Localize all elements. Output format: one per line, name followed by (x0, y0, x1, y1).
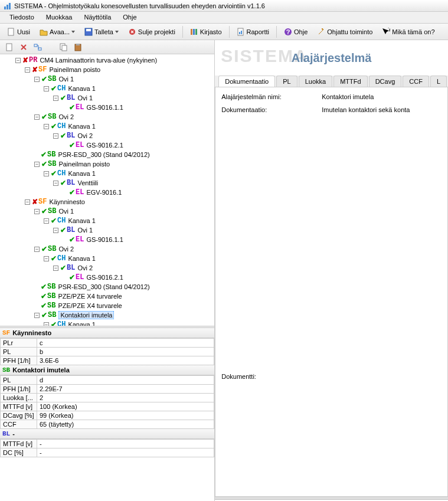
expander-icon[interactable]: − (34, 77, 40, 82)
tree-node[interactable]: −✘SFPaineilman poisto (0, 65, 214, 74)
menu-edit[interactable]: Muokkaa (40, 12, 79, 23)
menu-help[interactable]: Ohje (117, 12, 142, 23)
report-button[interactable]: Raportti (233, 26, 274, 38)
expander-icon[interactable]: − (25, 199, 30, 205)
expander-icon[interactable]: − (53, 96, 58, 101)
tree-node[interactable]: −✔BLOvi 2 (0, 263, 214, 273)
tree-relation-button[interactable] (31, 42, 44, 53)
tree-node[interactable]: ✔ELGS-9016.1.1 (0, 235, 214, 244)
tree-node[interactable]: −✔SBPaineilman poisto (0, 159, 214, 169)
tree-node[interactable]: −✔BLOvi 1 (0, 225, 214, 235)
expander-icon[interactable]: − (44, 124, 49, 129)
tree-node[interactable]: ✔SBPZE/PZE X4 turvarele (0, 301, 214, 310)
svg-rect-12 (241, 31, 242, 34)
expander-icon[interactable]: − (53, 133, 58, 139)
expander-icon[interactable]: − (15, 58, 21, 63)
tree-node[interactable]: ✔SBPSR-ESD_300 (Stand 04/2012) (0, 282, 214, 292)
expander-icon[interactable]: − (34, 209, 40, 214)
check-icon: ✔ (51, 122, 57, 130)
expander-icon[interactable]: − (44, 86, 49, 91)
library-button[interactable]: Kirjasto (186, 26, 226, 38)
tab-luokka[interactable]: Luokka (299, 76, 332, 87)
tree-node[interactable]: ✔SBPSR-ESD_300 (Stand 04/2012) (0, 150, 214, 159)
help-button[interactable]: ?Ohje (280, 26, 312, 38)
tree-node[interactable]: −✔SBOvi 1 (0, 74, 214, 84)
tree-node[interactable]: ✔ELGS-9016.2.1 (0, 140, 214, 150)
tree-node[interactable]: ✔SBPZE/PZE X4 turvarele (0, 292, 214, 301)
tab-pl[interactable]: PL (276, 76, 297, 87)
tree-node[interactable]: −✔CHKanava 1 (0, 254, 214, 263)
expander-icon[interactable]: − (34, 114, 40, 120)
type-tag: CH (57, 169, 66, 178)
open-button[interactable]: Avaa... (35, 26, 79, 38)
node-label: Kanava 1 (68, 217, 95, 224)
menu-view[interactable]: Näyttötila (78, 12, 117, 23)
tree-node[interactable]: −✔SBOvi 2 (0, 112, 214, 122)
expander-icon[interactable]: − (25, 67, 30, 73)
check-icon: ✔ (60, 132, 66, 140)
tab-mttfd[interactable]: MTTFd (333, 76, 367, 87)
tree-node[interactable]: −✔CHKanava 1 (0, 122, 214, 131)
type-tag: EL (76, 235, 84, 244)
tree-node[interactable]: −✔SBOvi 1 (0, 207, 214, 216)
tree-copy-button[interactable] (57, 42, 70, 53)
node-label: GS-9016.1.1 (86, 236, 123, 243)
doc-value[interactable]: Imutelan kontaktori sekä konta (322, 106, 442, 113)
tree-node[interactable]: −✔BLOvi 1 (0, 93, 214, 103)
svg-rect-10 (238, 28, 243, 35)
expander-icon[interactable]: − (44, 171, 49, 176)
name-value[interactable]: Kontaktori imutela (322, 93, 442, 100)
type-tag: BL (67, 226, 75, 234)
tab-ccf[interactable]: CCF (403, 76, 429, 87)
form-area: Alajärjestelmän nimi: Kontaktori imutela… (215, 87, 448, 497)
tree-node[interactable]: −✔BLOvi 2 (0, 131, 214, 140)
project-tree[interactable]: −✘PRCM4 Laminaattorin turva-alue (nykyin… (0, 54, 214, 326)
tab-dcavg[interactable]: DCavg (369, 76, 402, 87)
new-button[interactable]: Uusi (3, 26, 34, 38)
expander-icon[interactable]: − (34, 313, 40, 318)
info-key: MTTFd [v] (1, 402, 37, 411)
type-tag: SB (47, 150, 55, 159)
close-project-button[interactable]: Sulje projekti (124, 26, 179, 38)
expander-icon[interactable]: − (44, 256, 49, 261)
tree-node[interactable]: −✔CHKanava 1 (0, 169, 214, 178)
tab-dokumentaatio[interactable]: Dokumentaatio (218, 76, 275, 87)
check-icon: ✔ (51, 217, 57, 225)
tab-l[interactable]: L (430, 76, 447, 87)
tree-node[interactable]: −✔CHKanava 1 (0, 84, 214, 93)
tree-node[interactable]: ✔ELGS-9016.1.1 (0, 103, 214, 112)
info-key: CCF (1, 420, 37, 429)
tree-node[interactable]: ✔ELEGV-9016.1 (0, 188, 214, 197)
svg-rect-11 (239, 32, 240, 34)
expander-icon[interactable]: − (53, 181, 58, 186)
tree-node[interactable]: −✔CHKanava 1 (0, 320, 214, 326)
save-button[interactable]: Talleta (80, 26, 123, 38)
type-tag: SB (47, 283, 55, 291)
tree-node[interactable]: ✔ELGS-9016.2.1 (0, 273, 214, 282)
tree-node[interactable]: −✘PRCM4 Laminaattorin turva-alue (nykyin… (0, 55, 214, 65)
tree-node[interactable]: −✘SFKäynninesto (0, 197, 214, 207)
document-value[interactable] (322, 373, 442, 380)
expander-icon[interactable]: − (34, 162, 40, 167)
node-label: Ovi 2 (58, 113, 74, 120)
svg-rect-9 (195, 29, 197, 35)
wizard-button[interactable]: Ohjattu toiminto (313, 26, 377, 38)
whatsthis-button[interactable]: ?Mikä tämä on? (378, 26, 439, 38)
menu-file[interactable]: Tiedosto (4, 12, 40, 23)
page-title: Alajärjestelmä (292, 51, 372, 65)
tree-node[interactable]: −✔BLVenttiili (0, 178, 214, 188)
expander-icon[interactable]: − (53, 266, 58, 271)
tree-node[interactable]: −✔SBKontaktori imutela (0, 310, 214, 320)
expander-icon[interactable]: − (34, 247, 40, 252)
expander-icon[interactable]: − (44, 218, 49, 224)
title-bar: SISTEMA - Ohjelmistotyökalu konesovellus… (0, 0, 448, 12)
svg-text:?: ? (286, 28, 290, 35)
tree-node[interactable]: −✔SBOvi 2 (0, 244, 214, 254)
info-val: 2 (37, 394, 214, 402)
tree-node[interactable]: −✔CHKanava 1 (0, 216, 214, 225)
expander-icon[interactable]: − (53, 228, 58, 233)
info-val: 2.29E-7 (37, 385, 214, 394)
tree-delete-button[interactable] (17, 42, 30, 53)
tree-new-button[interactable] (3, 42, 16, 53)
tree-paste-button[interactable] (71, 42, 84, 53)
